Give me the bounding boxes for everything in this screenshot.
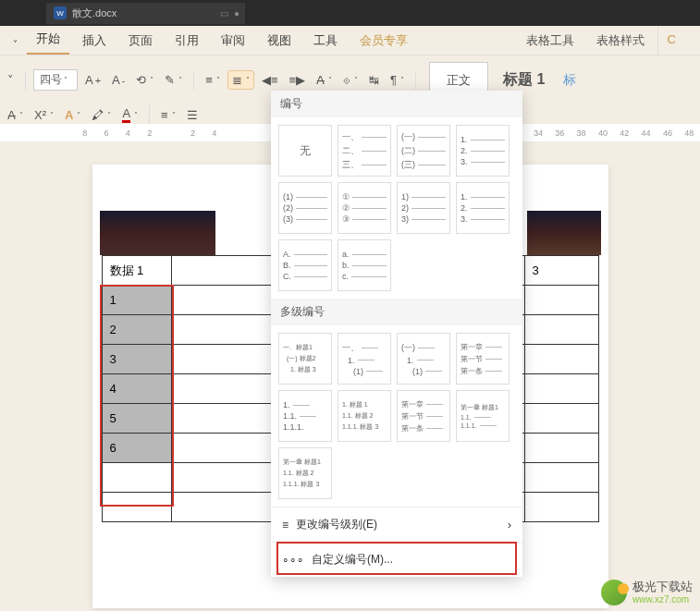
numbering-preset[interactable]: ① ② ③ <box>338 182 391 234</box>
multilevel-preset[interactable]: 第一章 标题1 1.1. 标题 2 1.1.1. 标题 3 <box>278 447 332 499</box>
font-size-select[interactable]: 四号˅ <box>33 69 78 91</box>
menu-start[interactable]: 开始 <box>27 25 69 55</box>
highlight-button[interactable]: 🖍˅ <box>88 104 115 126</box>
text-effects-button[interactable]: A̶˅ <box>313 69 336 91</box>
tab-actions: ▭ ● <box>220 8 239 18</box>
table-cell[interactable]: 2 <box>102 315 171 345</box>
font-increase-button[interactable]: A+ <box>81 69 104 91</box>
word-doc-icon: W <box>54 6 67 19</box>
strikethrough-button[interactable]: A̶˅ <box>4 104 27 126</box>
numbering-preset[interactable]: (1) (2) (3) <box>278 182 332 234</box>
style-truncated[interactable]: 标 <box>559 63 580 98</box>
change-level-menuitem[interactable]: ≡ 更改编号级别(E) › <box>271 507 522 542</box>
table-cell[interactable]: 6 <box>102 434 171 463</box>
table-cell[interactable]: 3 <box>524 256 598 286</box>
multilevel-preset[interactable]: 第一章 第一节 第一条 <box>456 333 510 385</box>
numbering-preset[interactable]: 1. 2. 3. <box>456 125 510 177</box>
chevron-right-icon: › <box>508 519 511 532</box>
numbering-presets-grid: 无 一、 二、 三、 (一) (二) (三) 1. 2. 3. (1) (2) … <box>271 117 522 299</box>
char-shading-button[interactable]: ⟐˅ <box>339 69 362 91</box>
table-cell[interactable]: 1 <box>102 286 171 315</box>
multilevel-preset[interactable]: 1. 1.1. 1.1.1. <box>278 390 332 442</box>
clear-format-button[interactable]: ⟲˅ <box>132 69 157 91</box>
char-fx-button[interactable]: A˅ <box>61 104 84 126</box>
bullets-button[interactable]: ≡˅ <box>202 69 224 91</box>
multilevel-preset[interactable]: 一、 1. (1) <box>338 333 391 385</box>
embedded-image-2[interactable] <box>527 211 601 255</box>
numbering-preset-none[interactable]: 无 <box>278 125 332 177</box>
multilevel-section-title: 多级编号 <box>271 299 522 325</box>
numbering-preset[interactable]: a. b. c. <box>338 239 391 291</box>
more-icon: ∘∘∘ <box>282 554 304 567</box>
menu-review[interactable]: 审阅 <box>212 27 254 55</box>
document-tab[interactable]: W 散文.docx ▭ ● <box>46 3 245 24</box>
menu-view[interactable]: 视图 <box>258 27 301 55</box>
numbering-preset[interactable]: 1. 2. 3. <box>456 182 510 234</box>
custom-numbering-menuitem[interactable]: ∘∘∘ 自定义编号(M)... <box>271 542 522 577</box>
multilevel-preset[interactable]: 第一章 标题1 1.1. 1.1.1. <box>456 390 510 442</box>
font-decrease-button[interactable]: A- <box>108 69 129 91</box>
table-cell[interactable]: 3 <box>102 345 171 374</box>
numbering-preset[interactable]: 1) 2) 3) <box>397 182 450 234</box>
align-left-button[interactable]: ≡˅ <box>157 104 179 126</box>
watermark-logo-icon <box>601 580 627 605</box>
table-header-cell[interactable]: 数据 1 <box>102 256 171 286</box>
watermark-name: 极光下载站 <box>632 580 693 594</box>
tab-save-icon[interactable]: ▭ <box>220 8 228 18</box>
numbering-preset[interactable]: (一) (二) (三) <box>397 125 450 177</box>
table-cell[interactable]: 4 <box>102 374 171 404</box>
superscript-button[interactable]: X²˅ <box>31 104 57 126</box>
embedded-image-1[interactable] <box>100 211 215 255</box>
watermark-url: www.xz7.com <box>632 594 693 605</box>
align-center-button[interactable]: ☰ <box>183 104 202 126</box>
numbering-preset[interactable]: A. B. C. <box>278 239 332 291</box>
indent-button[interactable]: ≡▶ <box>285 69 309 91</box>
numbering-preset[interactable]: 一、 二、 三、 <box>338 125 391 177</box>
multilevel-preset[interactable]: (一) 1. (1) <box>397 333 450 385</box>
table-cell[interactable]: 5 <box>102 404 171 434</box>
document-filename: 散文.docx <box>72 6 117 20</box>
menu-reference[interactable]: 引用 <box>166 27 208 55</box>
menu-table-style[interactable]: 表格样式 <box>587 27 654 55</box>
menu-member[interactable]: 会员专享 <box>350 27 417 55</box>
numbering-section-title: 编号 <box>271 91 522 117</box>
paragraph-mark-button[interactable]: ¶˅ <box>387 69 408 91</box>
format-brush-button[interactable]: ✎˅ <box>161 69 186 91</box>
site-watermark: 极光下载站 www.xz7.com <box>601 580 693 605</box>
numbering-button[interactable]: ≣˅ <box>227 70 254 90</box>
tab-stops-button[interactable]: ↹ <box>365 69 383 91</box>
tab-dot-icon[interactable]: ● <box>234 8 239 18</box>
font-select-caret[interactable]: ˅ <box>4 69 18 91</box>
multilevel-preset[interactable]: 1. 标题 1 1.1. 标题 2 1.1.1. 标题 3 <box>338 390 391 442</box>
menu-table-tools[interactable]: 表格工具 <box>517 27 583 55</box>
multilevel-presets-grid: 一、标题1 (一) 标题2 1. 标题 3 一、 1. (1) (一) 1. (… <box>271 325 522 507</box>
app-menu-dropdown[interactable]: ˅ <box>7 33 23 55</box>
multilevel-preset[interactable]: 第一章 第一节 第一条 <box>397 390 450 442</box>
title-tab-bar: W 散文.docx ▭ ● <box>0 0 700 26</box>
menu-insert[interactable]: 插入 <box>73 27 116 55</box>
multilevel-preset[interactable]: 一、标题1 (一) 标题2 1. 标题 3 <box>278 333 332 385</box>
menu-tools[interactable]: 工具 <box>304 27 347 55</box>
numbering-dropdown-panel: 编号 无 一、 二、 三、 (一) (二) (三) 1. 2. 3. (1) (… <box>271 91 522 577</box>
indent-icon: ≡ <box>282 519 289 532</box>
menu-page[interactable]: 页面 <box>119 27 162 55</box>
outdent-button[interactable]: ◀≡ <box>258 69 282 91</box>
menu-bar: ˅ 开始 插入 页面 引用 审阅 视图 工具 会员专享 表格工具 表格样式 C <box>0 26 700 55</box>
menu-truncated-right[interactable]: C <box>657 27 685 55</box>
